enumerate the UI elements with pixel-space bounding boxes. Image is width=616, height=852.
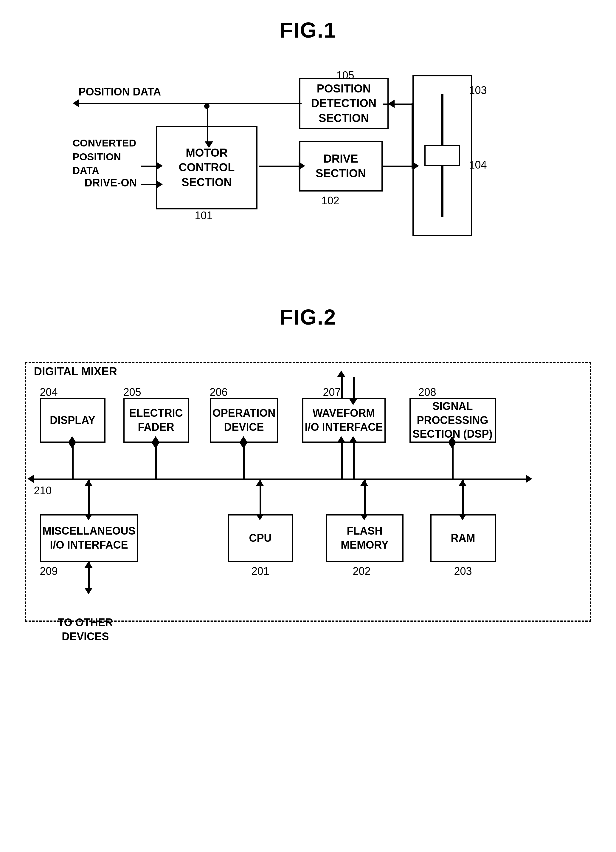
arrow-pos-det-down bbox=[207, 104, 208, 143]
arrowhead-down-motor bbox=[205, 141, 213, 148]
arrowhead-display-down bbox=[68, 442, 76, 449]
arrow-motor-drive bbox=[259, 166, 299, 167]
arrowhead-dsp-up bbox=[448, 436, 456, 443]
drive-on-label: DRIVE-ON bbox=[84, 177, 137, 189]
ref-206: 206 bbox=[210, 386, 228, 399]
arrowhead-ram-down bbox=[458, 514, 467, 520]
arrowhead-drive-on bbox=[156, 180, 163, 189]
arrowhead-waveform-up2 bbox=[349, 436, 357, 443]
arrowhead-misc-ext bbox=[84, 588, 93, 594]
arrowhead-flash-up bbox=[360, 480, 368, 486]
ref-202: 202 bbox=[353, 565, 371, 577]
ref-102: 102 bbox=[322, 195, 339, 207]
arrowhead-waveform-ext-down2 bbox=[349, 399, 357, 405]
v-ext-waveform-2 bbox=[353, 377, 355, 399]
arrowhead-waveform-up1 bbox=[337, 436, 345, 443]
motor-control-label: MOTOR CONTROL SECTION bbox=[179, 146, 235, 190]
ref-103: 103 bbox=[469, 84, 487, 97]
ref-105: 105 bbox=[336, 69, 354, 82]
arrow-drive-on bbox=[141, 184, 157, 185]
fig1-title: FIG.1 bbox=[0, 0, 616, 42]
position-detection-box: POSITION DETECTION SECTION bbox=[299, 78, 389, 129]
position-data-label: POSITION DATA bbox=[79, 86, 161, 98]
arrow-pos-data-line bbox=[79, 103, 207, 104]
fader-knob bbox=[425, 145, 460, 166]
arrowhead-cpu-up bbox=[256, 480, 264, 486]
ref-207: 207 bbox=[323, 386, 341, 399]
ref-205: 205 bbox=[124, 386, 141, 399]
arrowhead-ram-up bbox=[458, 480, 467, 486]
arrowhead-conv-pos bbox=[156, 162, 163, 170]
arrowhead-pos-data bbox=[73, 99, 79, 107]
ref-209: 209 bbox=[40, 565, 58, 577]
position-detection-label: POSITION DETECTION SECTION bbox=[311, 82, 377, 125]
arrowhead-fader-up bbox=[151, 436, 160, 443]
ref-204: 204 bbox=[40, 386, 58, 399]
arrowhead-fader bbox=[413, 162, 419, 170]
arrowhead-misc-down bbox=[84, 514, 93, 520]
arrow-fader-posdet-h bbox=[383, 104, 414, 105]
drive-section-label: DRIVE SECTION bbox=[316, 151, 366, 181]
arrowhead-opdev-up bbox=[239, 436, 248, 443]
bus-arrowhead-right bbox=[526, 474, 532, 483]
arrowhead-fader-down bbox=[151, 442, 160, 449]
arrowhead-opdev-down bbox=[239, 442, 248, 449]
ram-box: RAM bbox=[430, 514, 496, 562]
arrowhead-drive bbox=[298, 162, 305, 170]
arrowhead-display-up bbox=[68, 436, 76, 443]
v-conn-waveform-2 bbox=[353, 443, 355, 479]
arrowhead-misc-up bbox=[84, 480, 93, 486]
digital-mixer-label: DIGITAL MIXER bbox=[34, 365, 117, 378]
arrowhead-waveform-ext-up1 bbox=[337, 370, 345, 377]
cpu-box: CPU bbox=[228, 514, 293, 562]
arrowhead-posdet bbox=[388, 100, 395, 108]
drive-section-box: DRIVE SECTION bbox=[299, 141, 383, 192]
ref-210: 210 bbox=[34, 485, 52, 497]
ref-208: 208 bbox=[419, 386, 436, 399]
arrow-drive-fader bbox=[383, 166, 414, 167]
arrow-conv-pos bbox=[141, 166, 157, 167]
ref-101: 101 bbox=[195, 209, 213, 222]
arrowhead-misc-ext-up bbox=[84, 562, 93, 568]
junction-dot-1 bbox=[204, 104, 209, 109]
ref-201: 201 bbox=[252, 565, 270, 577]
flash-memory-box: FLASH MEMORY bbox=[326, 514, 404, 562]
converted-position-data-label: CONVERTED POSITION DATA bbox=[73, 136, 136, 177]
bus-arrowhead-left bbox=[27, 474, 34, 483]
arrowhead-cpu-down bbox=[256, 514, 264, 520]
arrow-fader-vert bbox=[411, 103, 413, 169]
v-conn-waveform-1 bbox=[341, 443, 343, 479]
ref-104: 104 bbox=[469, 159, 487, 171]
fader-drawing bbox=[413, 75, 472, 236]
arrow-pos-det-horiz bbox=[207, 103, 301, 104]
v-ext-waveform-1 bbox=[341, 377, 343, 399]
arrowhead-dsp-down bbox=[448, 442, 456, 449]
fig1-diagram: MOTOR CONTROL SECTION DRIVE SECTION POSI… bbox=[55, 60, 562, 275]
fig2-title: FIG.2 bbox=[0, 275, 616, 329]
ref-203: 203 bbox=[454, 565, 472, 577]
to-other-devices-label: TO OTHER DEVICES bbox=[58, 616, 113, 644]
misc-io-box: MISCELLANEOUS I/O INTERFACE bbox=[40, 514, 138, 562]
arrowhead-flash-down bbox=[360, 514, 368, 520]
fig2-diagram: DIGITAL MIXER DISPLAY ELECTRIC FADER OPE… bbox=[25, 347, 591, 660]
